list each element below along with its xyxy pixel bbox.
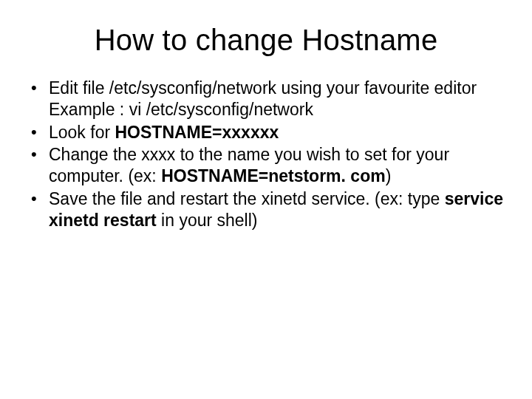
- slide-title: How to change Hostname: [22, 24, 510, 57]
- bullet-text: Edit file /etc/sysconfig/network using y…: [49, 78, 477, 98]
- bullet-text: Save the file and restart the xinetd ser…: [49, 189, 445, 208]
- bullet-text: Example : vi /etc/sysconfig/network: [49, 100, 313, 119]
- bullet-item: Edit file /etc/sysconfig/network using y…: [27, 78, 510, 120]
- bullet-bold: HOSTNAME=xxxxxx: [115, 123, 279, 142]
- bullet-item: Look for HOSTNAME=xxxxxx: [27, 122, 510, 143]
- slide: How to change Hostname Edit file /etc/sy…: [0, 0, 532, 399]
- bullet-item: Save the file and restart the xinetd ser…: [27, 188, 510, 231]
- bullet-text: Look for: [49, 123, 115, 142]
- bullet-list: Edit file /etc/sysconfig/network using y…: [27, 78, 510, 231]
- bullet-text: in your shell): [157, 211, 258, 230]
- bullet-item: Change the xxxx to the name you wish to …: [27, 144, 510, 187]
- bullet-bold: HOSTNAME=netstorm. com: [161, 166, 386, 185]
- bullet-text: ): [386, 166, 392, 185]
